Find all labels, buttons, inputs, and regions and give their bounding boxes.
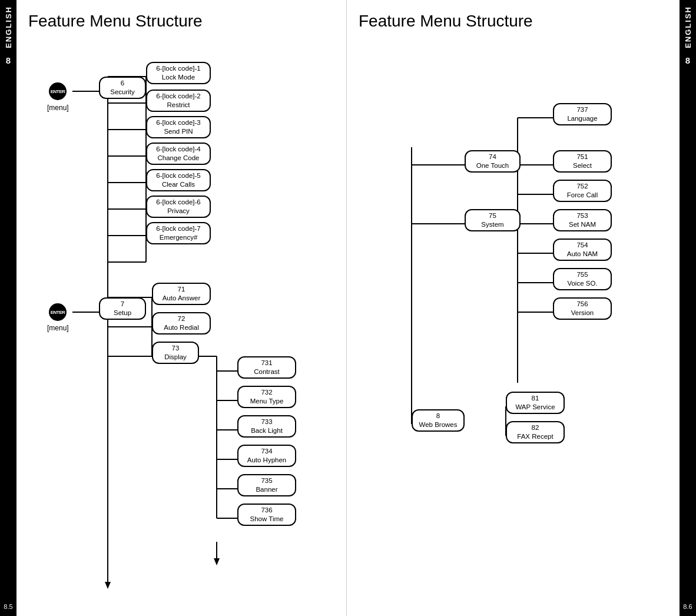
node-lock4: 6-[lock code]-4 Change Code <box>146 143 211 165</box>
right-side-tab: ENGLISH 8 8.6 <box>680 0 696 616</box>
node-lock3: 6-[lock code]-3 Send PIN <box>146 116 211 138</box>
menu-label-security: [menu] <box>47 104 69 112</box>
node-72: 72 Auto Redial <box>152 312 211 335</box>
left-tab-sub: 8.5 <box>4 603 12 610</box>
left-tab-number: 8 <box>6 55 11 65</box>
n74-label: One Touch <box>476 162 509 169</box>
security-label: Security <box>110 88 135 95</box>
node-lock6: 6-[lock code]-6 Privacy <box>146 196 211 218</box>
n734-label: Auto Hyphen <box>247 456 287 463</box>
n756-label: Version <box>571 309 594 316</box>
node-73: 73 Display <box>152 342 199 364</box>
node-71: 71 Auto Answer <box>152 283 211 305</box>
right-tab-sub: 8.6 <box>683 603 692 610</box>
node-756: 756 Version <box>553 297 612 320</box>
node-737: 737 Language <box>553 103 612 125</box>
n755-label: Voice SO. <box>567 280 597 287</box>
left-side-tab: ENGLISH 8 8.5 <box>0 0 16 616</box>
left-page-title: Feature Menu Structure <box>28 12 340 31</box>
n735-label: Banner <box>256 486 277 493</box>
svg-marker-28 <box>105 582 111 589</box>
enter-icon-setup: ENTER <box>49 303 67 321</box>
node-lock2: 6-[lock code]-2 Restrict <box>146 90 211 112</box>
n731-label: Contrast <box>254 368 279 375</box>
n8-label: Web Browes <box>419 421 458 428</box>
node-lock1: 6-[lock code]-1 Lock Mode <box>146 62 211 84</box>
right-diagram-svg <box>347 0 694 589</box>
n752-label: Force Call <box>567 191 598 198</box>
n73-label: Display <box>164 353 187 360</box>
n754-label: Auto NAM <box>567 250 598 257</box>
right-page: Feature Menu Structure 737 Language 74 O… <box>347 0 680 616</box>
node-setup: 7 Setup <box>99 297 146 320</box>
node-75: 75 System <box>465 209 521 231</box>
node-751: 751 Select <box>553 150 612 173</box>
node-732: 732 Menu Type <box>237 386 296 408</box>
left-tab-language: ENGLISH <box>4 6 13 48</box>
node-lock5: 6-[lock code]-5 Clear Calls <box>146 169 211 191</box>
menu-label-setup: [menu] <box>47 324 69 332</box>
n737-label: Language <box>567 115 597 122</box>
node-81: 81 WAP Service <box>506 392 565 414</box>
svg-marker-30 <box>214 558 220 565</box>
n81-label: WAP Service <box>515 403 555 410</box>
n753-label: Set NAM <box>569 221 596 228</box>
node-754: 754 Auto NAM <box>553 239 612 261</box>
node-755: 755 Voice SO. <box>553 268 612 290</box>
setup-label: Setup <box>114 309 131 316</box>
node-82: 82 FAX Recept <box>506 421 565 443</box>
right-tab-language: ENGLISH <box>684 6 692 48</box>
n751-label: Select <box>573 162 592 169</box>
node-736: 736 Show Time <box>237 504 296 526</box>
n732-label: Menu Type <box>250 398 284 405</box>
node-security: 6 Security <box>99 77 146 99</box>
left-page: Feature Menu Structure <box>16 0 346 616</box>
node-731: 731 Contrast <box>237 356 296 379</box>
node-735: 735 Banner <box>237 474 296 496</box>
right-page-title: Feature Menu Structure <box>359 12 674 31</box>
n72-label: Auto Redial <box>164 324 198 331</box>
n71-label: Auto Answer <box>163 294 201 302</box>
n733-label: Back Light <box>251 427 283 434</box>
n736-label: Show Time <box>250 515 284 522</box>
n82-label: FAX Recept <box>517 433 553 440</box>
n75-label: System <box>481 221 503 228</box>
node-752: 752 Force Call <box>553 180 612 202</box>
node-8: 8 Web Browes <box>412 409 465 432</box>
node-74: 74 One Touch <box>465 150 521 173</box>
node-733: 733 Back Light <box>237 415 296 438</box>
node-753: 753 Set NAM <box>553 209 612 231</box>
node-lock7: 6-[lock code]-7 Emergency# <box>146 222 211 244</box>
enter-icon-security: ENTER <box>49 82 67 100</box>
right-tab-number: 8 <box>685 55 690 65</box>
node-734: 734 Auto Hyphen <box>237 445 296 467</box>
